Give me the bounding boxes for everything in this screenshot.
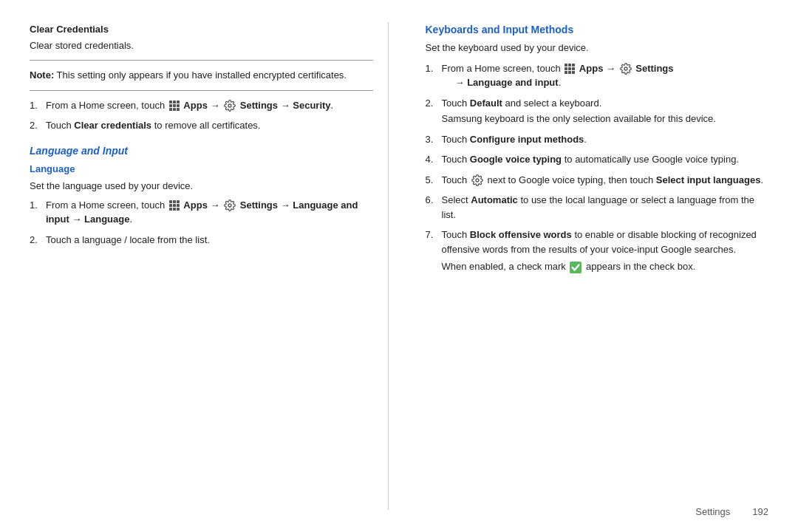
step-lang-num-1: 1.	[30, 198, 43, 213]
language-desc: Set the language used by your device.	[30, 179, 373, 194]
step-kb-num-3: 3.	[426, 132, 439, 147]
apps-label-2: Apps	[183, 200, 208, 211]
page-footer: Settings 192	[695, 506, 768, 517]
step-content-2: Touch Clear credentials to remove all ce…	[46, 118, 373, 133]
step-credentials-1: 1. From a Home screen, touch Apps → Sett	[30, 98, 373, 113]
settings-gear-icon-3	[620, 63, 632, 75]
language-bold: Language	[84, 214, 129, 225]
google-voice-bold: Google voice typing	[470, 154, 562, 165]
step-kb-content-7: Touch Block offensive words to enable or…	[442, 228, 769, 274]
step-lang-content-2: Touch a language / locale from the list.	[46, 233, 373, 248]
security-label: Security	[293, 100, 330, 111]
settings-label-1: Settings	[240, 100, 278, 111]
arrow-1: →	[210, 100, 222, 111]
samsung-note: Samsung keyboard is the only selection a…	[442, 112, 769, 126]
language-input-title: Language and Input	[30, 143, 373, 159]
svg-point-1	[228, 204, 231, 207]
credentials-steps: 1. From a Home screen, touch Apps → Sett	[30, 98, 373, 133]
arrow-lang-3: →	[72, 214, 84, 225]
keyboards-desc: Set the keyboard used by your device.	[426, 41, 769, 55]
step-kb-1: 1. From a Home screen, touch Apps → Sett	[426, 61, 769, 90]
apps-grid-icon-1	[169, 100, 180, 111]
arrow-kb-lang: → Language and input.	[442, 77, 562, 88]
svg-point-3	[476, 179, 479, 182]
step-content-1: From a Home screen, touch Apps → Setting…	[46, 98, 373, 113]
arrow-lang-2: →	[281, 200, 293, 211]
step-kb-content-6: Select Automatic to use the local langua…	[442, 193, 769, 222]
svg-rect-4	[570, 262, 582, 273]
arrow-kb-1: →	[606, 63, 618, 74]
config-gear-icon	[471, 174, 483, 186]
checkmark-note: When enabled, a check mark appears in th…	[442, 259, 769, 274]
left-column: Clear Credentials Clear stored credentia…	[30, 22, 389, 510]
footer-settings-label: Settings	[695, 506, 730, 517]
clear-credentials-heading: Clear Credentials	[30, 22, 373, 37]
divider-1	[30, 60, 373, 61]
step-kb-content-5: Touch next to Google voice typing, then …	[442, 173, 769, 188]
step-num-1: 1.	[30, 98, 43, 113]
language-subtitle: Language	[30, 162, 373, 177]
step-credentials-2: 2. Touch Clear credentials to remove all…	[30, 118, 373, 133]
settings-label-2: Settings	[240, 200, 278, 211]
keyboards-title: Keyboards and Input Methods	[426, 22, 769, 38]
settings-gear-icon-1	[224, 100, 236, 112]
step-kb-3: 3. Touch Configure input methods.	[426, 132, 769, 147]
step-lang-2: 2. Touch a language / locale from the li…	[30, 233, 373, 248]
note-content: This setting only appears if you have in…	[54, 69, 347, 81]
configure-bold: Configure input methods	[470, 134, 584, 145]
divider-2	[30, 90, 373, 91]
step-kb-content-4: Touch Google voice typing to automatical…	[442, 152, 769, 167]
arrow-lang-1: →	[210, 200, 222, 211]
clear-credentials-desc: Clear stored credentials.	[30, 38, 373, 53]
note-text: Note: This setting only appears if you h…	[30, 68, 373, 83]
settings-label-3: Settings	[635, 63, 673, 74]
svg-point-2	[624, 67, 627, 70]
step-kb-6: 6. Select Automatic to use the local lan…	[426, 193, 769, 222]
apps-label-1: Apps	[183, 100, 208, 111]
apps-grid-icon-3	[565, 64, 575, 74]
step-kb-num-5: 5.	[426, 173, 439, 188]
step-lang-content-1: From a Home screen, touch Apps → Se	[46, 198, 373, 227]
step-kb-num-1: 1.	[426, 61, 439, 76]
lang-input-bold-2: Language and input	[467, 77, 559, 88]
step-num-2: 2.	[30, 118, 43, 133]
default-bold: Default	[470, 98, 502, 109]
step-kb-4: 4. Touch Google voice typing to automati…	[426, 152, 769, 167]
automatic-bold: Automatic	[471, 194, 518, 205]
step-kb-5: 5. Touch next to Google voice typing, th…	[426, 173, 769, 188]
footer-page-number: 192	[752, 506, 768, 517]
select-input-bold: Select input languages	[656, 174, 761, 185]
page-container: Clear Credentials Clear stored credentia…	[0, 0, 798, 532]
note-label: Note:	[30, 69, 54, 81]
language-steps: 1. From a Home screen, touch Apps →	[30, 198, 373, 248]
settings-gear-icon-2	[224, 200, 236, 211]
arrow-sec-1: →	[281, 100, 293, 111]
step-kb-content-3: Touch Configure input methods.	[442, 132, 769, 147]
language-section: Language and Input Language Set the lang…	[30, 143, 373, 248]
step-lang-num-2: 2.	[30, 233, 43, 248]
apps-grid-icon-2	[169, 200, 180, 211]
clear-credentials-bold: Clear credentials	[74, 120, 151, 131]
svg-point-0	[228, 104, 231, 107]
step-kb-num-4: 4.	[426, 152, 439, 167]
step-kb-num-7: 7.	[426, 228, 439, 242]
right-column: Keyboards and Input Methods Set the keyb…	[418, 22, 769, 510]
keyboards-steps: 1. From a Home screen, touch Apps → Sett	[426, 61, 769, 274]
block-words-bold: Block offensive words	[470, 229, 572, 240]
checkmark-icon	[570, 262, 582, 273]
step-lang-1: 1. From a Home screen, touch Apps →	[30, 198, 373, 227]
step-kb-num-2: 2.	[426, 96, 439, 111]
step-kb-content-2: Touch Default and select a keyboard. Sam…	[442, 96, 769, 126]
apps-label-3: Apps	[579, 63, 604, 74]
step-kb-content-1: From a Home screen, touch Apps → Setting…	[442, 61, 769, 90]
step-kb-num-6: 6.	[426, 193, 439, 208]
step-kb-2: 2. Touch Default and select a keyboard. …	[426, 96, 769, 126]
step-kb-7: 7. Touch Block offensive words to enable…	[426, 228, 769, 274]
